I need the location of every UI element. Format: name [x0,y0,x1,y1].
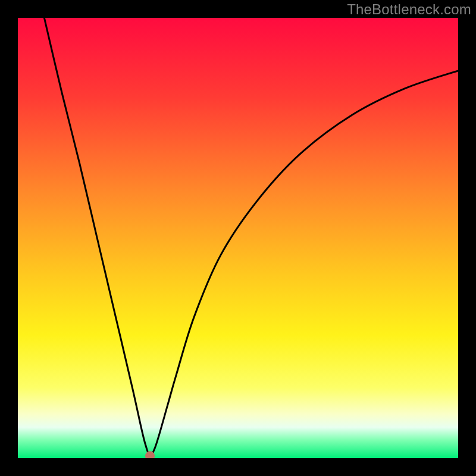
watermark-text: TheBottleneck.com [347,1,471,18]
chart-frame: TheBottleneck.com [0,0,476,476]
bottleneck-curve [44,18,458,456]
plot-area [18,18,458,458]
curve-layer [18,18,458,458]
